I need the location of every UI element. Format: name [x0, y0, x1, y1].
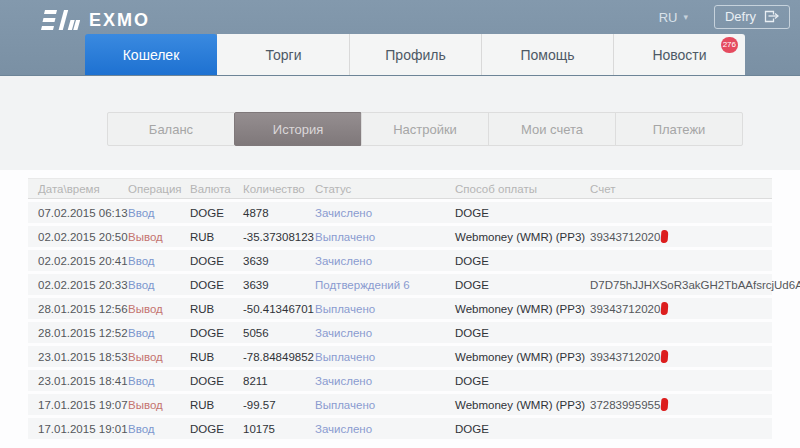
cell-status[interactable]: Выплачено [315, 303, 455, 315]
table-row: 23.01.2015 18:53 Вывод RUB -78.84849852 … [28, 346, 772, 367]
nav-tab-label: Новости [652, 47, 706, 63]
main-nav: Кошелек Торги Профиль Помощь Новости 276 [85, 34, 745, 75]
table-header-row: Дата\времяОперацияВалютаКоличествоСтатус… [28, 178, 772, 199]
cell-account: D7D75hJJHXSoR3akGH2TbAAfsrcjUd6A24 [590, 279, 800, 291]
cell-amount: 4878 [243, 207, 315, 219]
cell-status[interactable]: Выплачено [315, 399, 455, 411]
cell-operation[interactable]: Ввод [128, 255, 190, 267]
cell-operation[interactable]: Вывод [128, 399, 190, 411]
nav-tab-кошелек[interactable]: Кошелек [85, 34, 217, 75]
logout-icon [764, 10, 779, 23]
subtab-label: Платежи [653, 122, 706, 137]
column-header: Счет [590, 183, 772, 195]
nav-tab-профиль[interactable]: Профиль [349, 34, 481, 75]
cell-operation[interactable]: Вывод [128, 303, 190, 315]
cell-status[interactable]: Зачислено [315, 327, 455, 339]
cell-datetime: 23.01.2015 18:41 [38, 375, 128, 387]
cell-operation[interactable]: Ввод [128, 423, 190, 435]
column-header: Способ оплаты [455, 183, 590, 195]
cell-currency: RUB [190, 351, 243, 363]
subtab-label: Настройки [393, 122, 457, 137]
nav-tab-label: Кошелек [123, 47, 180, 63]
cell-amount: -35.37308123 [243, 231, 315, 243]
column-header: Статус [315, 183, 455, 195]
cell-currency: DOGE [190, 327, 243, 339]
cell-status[interactable]: Выплачено [315, 231, 455, 243]
cell-status[interactable]: Зачислено [315, 207, 455, 219]
subtab-платежи[interactable]: Платежи [615, 112, 743, 146]
subtab-баланс[interactable]: Баланс [107, 112, 235, 146]
redaction-mark [661, 398, 669, 411]
history-table: Дата\времяОперацияВалютаКоличествоСтатус… [28, 178, 772, 439]
news-count-badge: 276 [721, 37, 738, 53]
chevron-down-icon: ▾ [683, 12, 688, 22]
column-header: Дата\время [38, 183, 128, 195]
column-header: Количество [243, 183, 315, 195]
cell-datetime: 17.01.2015 19:07 [38, 399, 128, 411]
cell-amount: -78.84849852 [243, 351, 315, 363]
subtab-настройки[interactable]: Настройки [361, 112, 489, 146]
subtab-мои счета[interactable]: Мои счета [488, 112, 616, 146]
cell-currency: DOGE [190, 375, 243, 387]
cell-operation[interactable]: Вывод [128, 231, 190, 243]
top-header: EXMO RU ▾ Defry Кошелек Торги Профиль По… [0, 0, 800, 76]
cell-datetime: 02.02.2015 20:41 [38, 255, 128, 267]
table-row: 17.01.2015 19:07 Вывод RUB -99.57 Выплач… [28, 394, 772, 415]
subtab-label: Баланс [149, 122, 193, 137]
username-label: Defry [725, 9, 756, 24]
nav-tab-label: Профиль [385, 47, 445, 63]
cell-account: 39343712020 [590, 350, 772, 363]
cell-method: DOGE [455, 279, 590, 291]
table-row: 07.02.2015 06:13 Ввод DOGE 4878 Зачислен… [28, 202, 772, 223]
cell-datetime: 23.01.2015 18:53 [38, 351, 128, 363]
cell-account: 39343712020 [590, 230, 772, 243]
nav-tab-label: Торги [266, 47, 302, 63]
cell-datetime: 02.02.2015 20:50 [38, 231, 128, 243]
header-right: RU ▾ Defry [659, 5, 790, 29]
cell-operation[interactable]: Ввод [128, 327, 190, 339]
redaction-mark [661, 302, 669, 315]
table-row: 17.01.2015 19:01 Ввод DOGE 10175 Зачисле… [28, 418, 772, 439]
cell-amount: -99.57 [243, 399, 315, 411]
cell-amount: -50.41346701 [243, 303, 315, 315]
nav-tab-помощь[interactable]: Помощь [481, 34, 613, 75]
cell-method: Webmoney (WMR) (PP3) [455, 303, 590, 315]
cell-amount: 10175 [243, 423, 315, 435]
cell-status[interactable]: Выплачено [315, 351, 455, 363]
cell-operation[interactable]: Ввод [128, 207, 190, 219]
table-row: 28.01.2015 12:52 Ввод DOGE 5056 Зачислен… [28, 322, 772, 343]
table-row: 02.02.2015 20:50 Вывод RUB -35.37308123 … [28, 226, 772, 247]
redaction-mark [661, 350, 669, 363]
nav-tab-новости[interactable]: Новости 276 [613, 34, 745, 75]
nav-tab-label: Помощь [520, 47, 574, 63]
cell-status[interactable]: Подтверждений 6 [315, 279, 455, 291]
table-row: 02.02.2015 20:41 Ввод DOGE 3639 Зачислен… [28, 250, 772, 271]
cell-currency: DOGE [190, 279, 243, 291]
column-header: Операция [128, 183, 190, 195]
cell-operation[interactable]: Вывод [128, 351, 190, 363]
subtab-label: История [273, 122, 323, 137]
cell-operation[interactable]: Ввод [128, 375, 190, 387]
cell-currency: DOGE [190, 255, 243, 267]
column-header: Валюта [190, 183, 243, 195]
cell-currency: RUB [190, 399, 243, 411]
cell-currency: DOGE [190, 207, 243, 219]
cell-status[interactable]: Зачислено [315, 375, 455, 387]
cell-datetime: 28.01.2015 12:56 [38, 303, 128, 315]
cell-currency: RUB [190, 231, 243, 243]
cell-amount: 5056 [243, 327, 315, 339]
cell-datetime: 02.02.2015 20:33 [38, 279, 128, 291]
cell-status[interactable]: Зачислено [315, 255, 455, 267]
cell-method: Webmoney (WMR) (PP3) [455, 351, 590, 363]
cell-method: DOGE [455, 207, 590, 219]
language-selector[interactable]: RU ▾ [659, 10, 688, 25]
cell-amount: 3639 [243, 255, 315, 267]
nav-tab-торги[interactable]: Торги [217, 34, 349, 75]
cell-currency: RUB [190, 303, 243, 315]
logout-button[interactable]: Defry [714, 5, 790, 29]
cell-status[interactable]: Зачислено [315, 423, 455, 435]
table-row: 23.01.2015 18:41 Ввод DOGE 8211 Зачислен… [28, 370, 772, 391]
cell-operation[interactable]: Ввод [128, 279, 190, 291]
exmo-logo[interactable]: EXMO [40, 9, 150, 31]
subtab-история[interactable]: История [234, 112, 362, 146]
